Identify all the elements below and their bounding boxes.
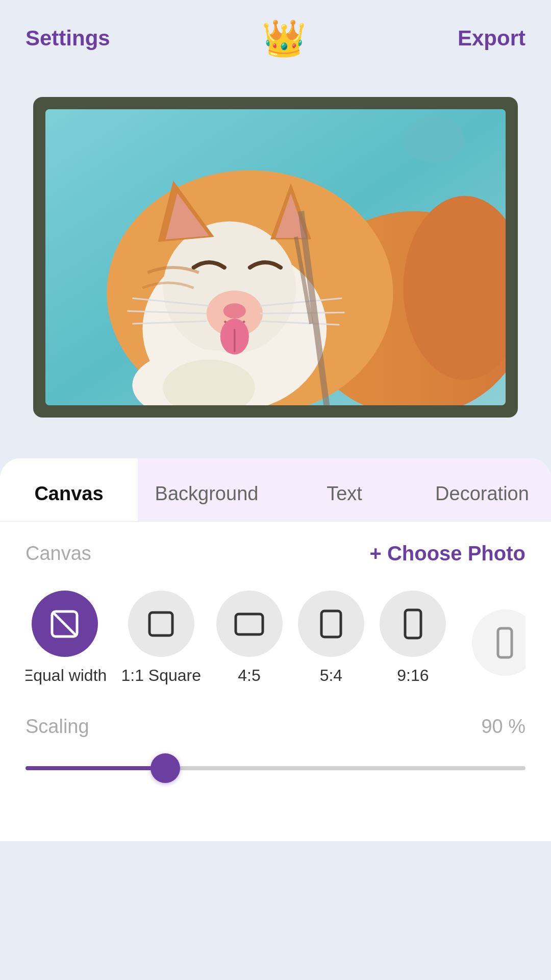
app-logo: 👑 (262, 20, 306, 56)
ratio-label-4-5: 4:5 (238, 666, 260, 685)
svg-rect-27 (149, 612, 172, 635)
canvas-image-wrapper (45, 109, 506, 405)
ratio-equal-width[interactable]: Equal width (26, 591, 104, 685)
slider-track (26, 766, 525, 770)
scaling-slider[interactable] (26, 753, 525, 783)
portrait-extra-icon (488, 626, 521, 659)
ratio-circle-5-4 (298, 591, 364, 657)
ratio-circle-equal-width (32, 591, 98, 657)
ratio-circle-4-5 (216, 591, 283, 657)
scaling-label: Scaling (26, 716, 89, 738)
bottom-panel: Canvas Background Text Decoration Canvas… (0, 458, 551, 841)
canvas-image[interactable] (45, 109, 506, 405)
choose-photo-button[interactable]: + Choose Photo (369, 542, 525, 565)
ratio-label-1-1: 1:1 Square (121, 666, 201, 685)
landscape-icon (233, 607, 266, 641)
ratio-circle-1-1 (128, 591, 194, 657)
ratio-options-row: Equal width 1:1 Square 4:5 (26, 591, 525, 685)
tab-canvas[interactable]: Canvas (0, 458, 138, 521)
square-icon (144, 607, 178, 641)
ratio-1-1[interactable]: 1:1 Square (124, 591, 198, 685)
ratio-label-5-4: 5:4 (320, 666, 342, 685)
portrait54-icon (314, 607, 347, 641)
svg-line-15 (260, 312, 344, 313)
canvas-header-row: Canvas + Choose Photo (26, 542, 525, 565)
tabs-bar: Canvas Background Text Decoration (0, 458, 551, 522)
tab-text[interactable]: Text (276, 458, 413, 521)
slider-thumb[interactable] (151, 753, 180, 783)
header: Settings 👑 Export (0, 0, 551, 66)
svg-rect-31 (498, 628, 512, 657)
settings-button[interactable]: Settings (26, 26, 110, 51)
svg-rect-28 (236, 614, 263, 634)
svg-line-26 (54, 614, 75, 634)
ratio-label-9-16: 9:16 (397, 666, 429, 685)
canvas-preview-area (0, 66, 551, 458)
export-button[interactable]: Export (458, 26, 525, 51)
svg-point-8 (223, 303, 246, 318)
svg-rect-29 (321, 611, 341, 637)
ratio-circle-9-16 (380, 591, 446, 657)
ratio-circle-extra (472, 609, 525, 676)
canvas-tab-content: Canvas + Choose Photo Equal width (0, 522, 551, 804)
canvas-section-label: Canvas (26, 543, 91, 565)
ratio-4-5[interactable]: 4:5 (218, 591, 280, 685)
portrait916-icon (396, 607, 430, 641)
ratio-9-16[interactable]: 9:16 (382, 591, 443, 685)
ratio-extra[interactable] (474, 609, 525, 685)
scaling-row: Scaling 90 % (26, 716, 525, 738)
svg-rect-30 (405, 610, 421, 638)
ratio-label-equal-width: Equal width (26, 666, 107, 685)
scaling-value: 90 % (481, 716, 525, 738)
svg-point-1 (404, 116, 465, 162)
tab-background[interactable]: Background (138, 458, 276, 521)
equal-width-icon (48, 607, 81, 641)
canvas-frame (33, 97, 518, 418)
ratio-5-4[interactable]: 5:4 (300, 591, 362, 685)
tab-decoration[interactable]: Decoration (413, 458, 551, 521)
